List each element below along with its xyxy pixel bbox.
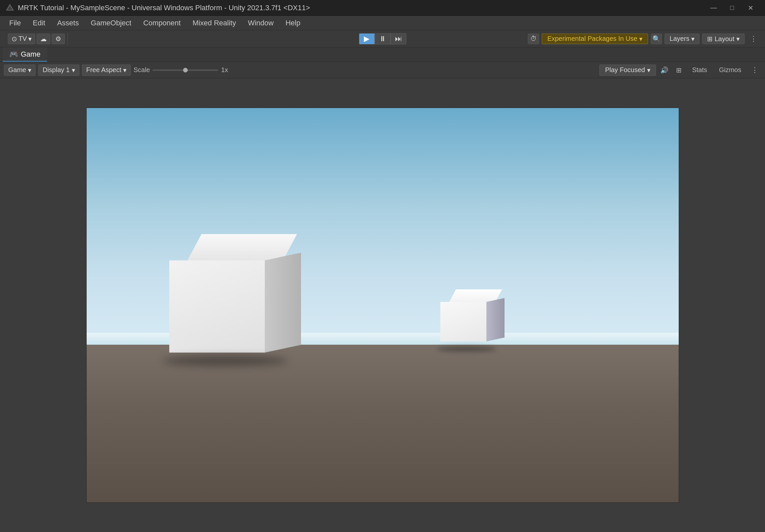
game-dropdown[interactable]: Game ▾ xyxy=(4,65,36,76)
game-dropdown-icon: ▾ xyxy=(28,66,31,74)
menu-component[interactable]: Component xyxy=(138,17,186,29)
scale-slider-thumb xyxy=(183,68,188,72)
layout-dropdown-icon: ▾ xyxy=(736,35,740,43)
menu-bar: File Edit Assets GameObject Component Mi… xyxy=(0,16,765,30)
layers-button[interactable]: Layers ▾ xyxy=(665,34,699,44)
title-bar-controls: — □ ✕ xyxy=(704,0,760,16)
cube-small-right-face xyxy=(486,298,504,341)
main-area xyxy=(0,78,765,532)
stats-label: Stats xyxy=(692,66,707,73)
display-dropdown[interactable]: Display 1 ▾ xyxy=(38,65,79,76)
close-button[interactable]: ✕ xyxy=(741,0,760,16)
settings-icon: ⚙ xyxy=(55,35,61,43)
game-tab-icon: 🎮 xyxy=(9,50,18,59)
game-viewport xyxy=(86,108,679,503)
play-focused-button[interactable]: Play Focused ▾ xyxy=(599,65,656,76)
pause-icon: ⏸ xyxy=(379,35,386,43)
game-label: Game xyxy=(8,66,26,74)
gizmos-button[interactable]: Gizmos xyxy=(714,65,746,76)
settings-button[interactable]: ⚙ xyxy=(52,34,65,44)
tab-bar: 🎮 Game xyxy=(0,47,765,62)
grid-icon: ⊞ xyxy=(676,66,682,74)
scale-value: 1x xyxy=(221,66,228,74)
cube-small-front-face xyxy=(440,302,486,341)
audio-button[interactable]: 🔊 xyxy=(659,65,670,76)
play-icon: ▶ xyxy=(364,35,370,43)
step-icon: ⏭ xyxy=(395,35,402,43)
experimental-packages-button[interactable]: Experimental Packages In Use ▾ xyxy=(542,34,648,44)
scale-control: Scale 1x xyxy=(133,66,228,74)
display-dropdown-icon: ▾ xyxy=(72,66,75,74)
maximize-button[interactable]: □ xyxy=(723,0,741,16)
cube-small xyxy=(440,289,513,349)
game-tab[interactable]: 🎮 Game xyxy=(3,47,47,62)
aspect-dropdown-icon: ▾ xyxy=(123,66,127,74)
gizmos-label: Gizmos xyxy=(719,66,741,73)
toolbar-more-button[interactable]: ⋮ xyxy=(747,35,760,43)
cloud-icon: ☁ xyxy=(40,35,47,43)
scale-label: Scale xyxy=(133,66,150,74)
menu-window[interactable]: Window xyxy=(243,17,279,29)
step-button[interactable]: ⏭ xyxy=(390,33,406,44)
play-focused-label: Play Focused xyxy=(605,66,645,74)
cube-small-shadow xyxy=(437,346,496,352)
audio-icon: 🔊 xyxy=(660,66,668,74)
cube-large-front-face xyxy=(169,261,265,352)
minimize-button[interactable]: — xyxy=(704,0,723,16)
title-bar: MRTK Tutorial - MySampleScene - Universa… xyxy=(0,0,765,16)
toolbar-right: ⏱ Experimental Packages In Use ▾ 🔍 Layer… xyxy=(528,34,760,44)
unity-logo-icon xyxy=(5,3,14,13)
account-label: TV xyxy=(18,35,27,42)
history-button[interactable]: ⏱ xyxy=(528,34,539,44)
search-button[interactable]: 🔍 xyxy=(651,34,662,44)
menu-mixed-reality[interactable]: Mixed Reality xyxy=(187,17,241,29)
scale-slider[interactable] xyxy=(153,70,218,71)
pause-button[interactable]: ⏸ xyxy=(375,33,390,44)
history-icon: ⏱ xyxy=(530,35,537,42)
window-title: MRTK Tutorial - MySampleScene - Universa… xyxy=(18,4,310,12)
menu-help[interactable]: Help xyxy=(280,17,306,29)
aspect-dropdown[interactable]: Free Aspect ▾ xyxy=(82,65,131,76)
play-focused-dropdown-icon: ▾ xyxy=(647,66,650,74)
search-icon: 🔍 xyxy=(652,35,661,43)
menu-gameobject[interactable]: GameObject xyxy=(85,17,137,29)
play-button[interactable]: ▶ xyxy=(359,33,375,44)
cube-large xyxy=(169,234,308,359)
game-tab-label: Game xyxy=(21,50,41,59)
game-header-right: Play Focused ▾ 🔊 ⊞ Stats Gizmos ⋮ xyxy=(599,65,761,76)
stats-button[interactable]: Stats xyxy=(688,65,712,76)
experimental-label: Experimental Packages In Use xyxy=(547,35,637,42)
ground xyxy=(87,345,679,502)
play-controls: ▶ ⏸ ⏭ xyxy=(359,33,406,44)
layout-icon: ⊞ Layout xyxy=(707,35,734,43)
account-button[interactable]: ⊙ TV ▾ xyxy=(8,34,35,44)
aspect-label: Free Aspect xyxy=(86,66,122,74)
account-dropdown-icon: ▾ xyxy=(28,35,32,43)
menu-edit[interactable]: Edit xyxy=(27,17,50,29)
game-viewport-header: Game ▾ Display 1 ▾ Free Aspect ▾ Scale 1… xyxy=(0,62,765,78)
account-icon: ⊙ xyxy=(12,35,17,43)
toolbar: ⊙ TV ▾ ☁ ⚙ ▶ ⏸ ⏭ ⏱ Experimental Packages… xyxy=(0,30,765,47)
game-header-more-button[interactable]: ⋮ xyxy=(749,66,761,74)
menu-file[interactable]: File xyxy=(4,17,26,29)
experimental-dropdown-icon: ▾ xyxy=(639,35,642,43)
layers-label: Layers xyxy=(669,35,689,42)
cloud-button[interactable]: ☁ xyxy=(37,34,50,44)
grid-button[interactable]: ⊞ xyxy=(673,65,685,76)
layers-dropdown-icon: ▾ xyxy=(691,35,694,43)
cube-large-right-face xyxy=(265,253,301,352)
menu-assets[interactable]: Assets xyxy=(52,17,84,29)
game-viewport-container xyxy=(0,78,765,532)
layout-button[interactable]: Layout ⊞ Layout ▾ xyxy=(702,34,745,44)
display-label: Display 1 xyxy=(43,66,70,74)
account-group: ⊙ TV ▾ ☁ ⚙ xyxy=(5,33,68,45)
title-bar-left: MRTK Tutorial - MySampleScene - Universa… xyxy=(5,3,310,13)
